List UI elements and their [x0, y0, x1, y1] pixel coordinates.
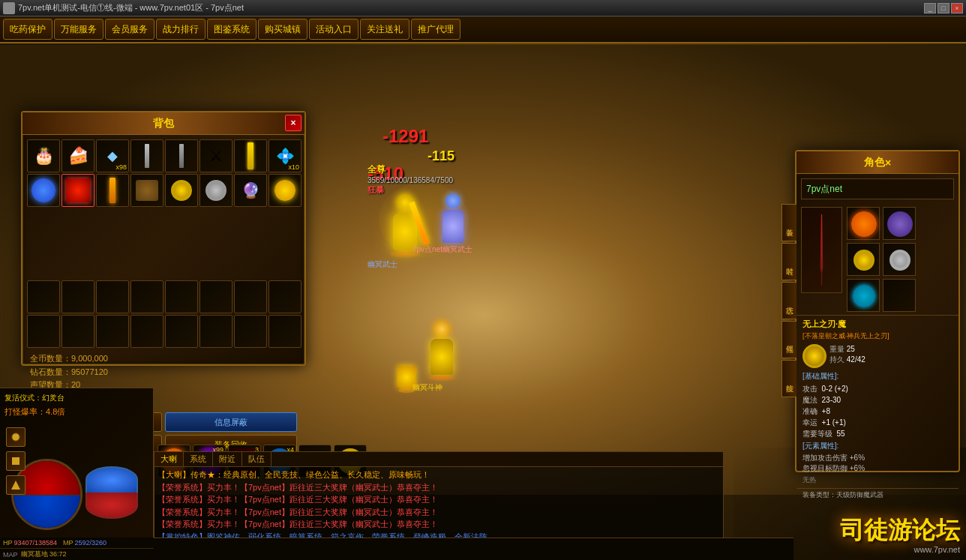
slot-orb[interactable] — [883, 207, 916, 240]
bottom-bar — [154, 538, 794, 560]
item-sword-1: ⚔ — [209, 147, 223, 165]
panel-btn-2[interactable] — [6, 451, 26, 471]
slot-belt[interactable] — [883, 279, 916, 312]
weapon-slot[interactable] — [801, 207, 842, 293]
menu-agent[interactable]: 推广代理 — [411, 19, 460, 40]
item-ring-1 — [171, 180, 192, 201]
tab-status[interactable]: 状态 — [782, 282, 796, 319]
tab-skills[interactable]: 技能 — [782, 360, 796, 397]
inv-slot-29[interactable] — [200, 315, 232, 348]
inv-slot-25[interactable] — [62, 315, 94, 348]
inv-slot-26[interactable] — [96, 315, 129, 348]
equipment-area — [796, 204, 958, 315]
chat-msg-2: 【荣誉系统】买力丰！【7pv点net】距往近三大奖牌（幽冥武士）恭喜夺主！ — [158, 493, 720, 506]
inv-slot-24[interactable] — [27, 315, 60, 348]
char-panel-close-button[interactable]: × — [885, 157, 891, 169]
inv-slot-28[interactable] — [165, 315, 198, 348]
item-subtitle: [不落皇朝之威·神兵无上之刃] — [802, 331, 952, 341]
inv-slot-6[interactable] — [234, 139, 267, 172]
inv-slot-15[interactable] — [268, 174, 302, 207]
menu-gift[interactable]: 关注送礼 — [360, 19, 410, 40]
chat-msg-1: 【荣誉系统】买力丰！【7pv点net】距往近三大奖牌（幽冥武士）恭喜夺主！ — [158, 481, 720, 494]
panel-btn-1[interactable] — [6, 427, 26, 447]
menu-pill-protect[interactable]: 吃药保护 — [3, 19, 52, 40]
char-tabs: 装备 时装 状态 属性 技能 — [782, 204, 796, 397]
inv-slot-27[interactable] — [130, 315, 164, 348]
inv-slot-12[interactable] — [165, 174, 198, 207]
inv-slot-11[interactable] — [130, 174, 164, 207]
item-golden-sword — [110, 178, 116, 203]
inv-slot-30[interactable] — [234, 315, 267, 348]
inv-slot-1[interactable]: 🍰 — [62, 139, 94, 172]
inventory-empty-rows — [22, 280, 304, 348]
inv-slot-21[interactable] — [200, 280, 232, 313]
inv-slot-19[interactable] — [130, 280, 164, 313]
inventory-close-button[interactable]: × — [285, 115, 302, 131]
svg-point-0 — [12, 433, 20, 441]
window-controls: _ □ × — [924, 3, 963, 13]
inv-slot-5[interactable]: ⚔ — [200, 139, 232, 172]
tab-attributes[interactable]: 属性 — [782, 321, 796, 358]
char-panel-title: 角色 × — [796, 151, 958, 174]
inv-slot-7[interactable]: 💠 x10 — [268, 139, 302, 172]
tab-equipment[interactable]: 装备 — [782, 204, 796, 241]
inv-slot-23[interactable] — [268, 280, 302, 313]
inv-slot-20[interactable] — [165, 280, 198, 313]
map-name: 幽冥墓地 36:72 — [21, 550, 67, 559]
maximize-button[interactable]: □ — [938, 3, 950, 13]
item-ring-2 — [206, 180, 226, 201]
chat-tab-team[interactable]: 队伍 — [242, 452, 272, 466]
inv-slot-31[interactable] — [268, 315, 302, 348]
inv-slot-13[interactable] — [200, 174, 232, 207]
inv-slot-18[interactable] — [96, 280, 129, 313]
chat-msg-3: 【荣誉系统】买力丰！【7pv点net】距往近三大奖牌（幽冥武士）恭喜夺主！ — [158, 506, 720, 519]
item-gem: 💠 — [276, 147, 295, 165]
hp-bar-display: HP 93407/138584 MP 2592/3260 — [0, 538, 154, 548]
item-tooltip-area: 无上之刃·魔 [不落皇朝之威·神兵无上之刃] 重量 25 持久 42/42 [基… — [796, 315, 958, 488]
inv-slot-17[interactable] — [62, 280, 94, 313]
panel-btn-3[interactable] — [6, 475, 26, 495]
inv-slot-22[interactable] — [234, 280, 267, 313]
menu-member[interactable]: 会员服务 — [105, 19, 154, 40]
base-attrs-label: [基础属性]: — [802, 371, 952, 382]
gold-count: 全币数量：9,000,000 — [30, 352, 297, 366]
slot-fire[interactable] — [847, 207, 880, 240]
close-button[interactable]: × — [951, 3, 963, 13]
inv-slot-8[interactable] — [27, 174, 60, 207]
inv-slot-9[interactable] — [62, 174, 94, 207]
menu-events[interactable]: 活动入口 — [309, 19, 358, 40]
item-scroll — [136, 180, 158, 201]
menu-buy-town[interactable]: 购买城镇 — [258, 19, 308, 40]
inv-slot-14[interactable]: 🔮 — [234, 174, 267, 207]
red-orb-bottom — [86, 493, 138, 519]
secondary-orb — [86, 466, 142, 523]
chat-tab-nearby[interactable]: 附近 — [213, 452, 242, 466]
chat-tab-main[interactable]: 大喇 — [154, 452, 184, 466]
menu-service[interactable]: 万能服务 — [54, 19, 104, 40]
chat-tab-system[interactable]: 系统 — [184, 452, 213, 466]
item-name: 无上之刃·魔 — [802, 319, 952, 330]
weight-label: 重量 25 — [830, 344, 866, 355]
slot-ring-1[interactable] — [847, 243, 880, 276]
inv-slot-2[interactable]: ◆ x98 — [96, 139, 129, 172]
slot-ring-2[interactable] — [883, 243, 916, 276]
chat-tabs: 大喇 系统 附近 队伍 — [154, 452, 723, 467]
inv-slot-16[interactable] — [27, 280, 60, 313]
inv-slot-0[interactable]: 🎂 — [27, 139, 60, 172]
menu-compendium[interactable]: 图鉴系统 — [207, 19, 256, 40]
mp-value: 2592/3260 — [75, 539, 107, 547]
menu-rank[interactable]: 战力排行 — [156, 19, 206, 40]
item-red-book — [66, 178, 90, 202]
minimize-button[interactable]: _ — [924, 3, 936, 13]
equip-class: 装备类型：天级防御魔武器 — [796, 488, 958, 502]
inv-slot-4[interactable] — [165, 139, 198, 172]
inv-slot-3[interactable] — [130, 139, 164, 172]
char-name-input[interactable] — [806, 184, 949, 194]
inv-slot-10[interactable] — [96, 174, 129, 207]
mp-display: MP — [63, 539, 74, 547]
info-screen-button[interactable]: 信息屏蔽 — [165, 412, 297, 432]
tab-costume[interactable]: 时装 — [782, 243, 796, 280]
website-url: www.7pv.net — [840, 545, 960, 554]
slot-amulet[interactable] — [847, 279, 880, 312]
chat-msg-4: 【荣誉系统】买力丰！【7pv点net】距往近三大奖牌（幽冥武士）恭喜夺主！ — [158, 518, 720, 531]
